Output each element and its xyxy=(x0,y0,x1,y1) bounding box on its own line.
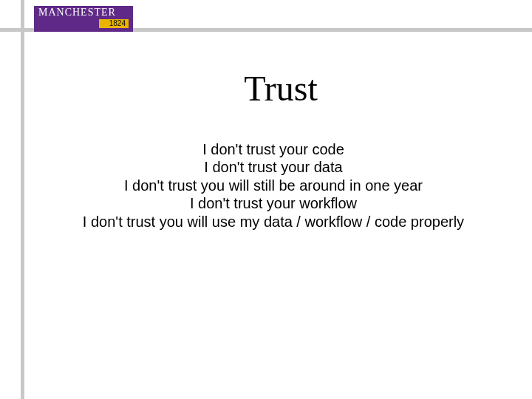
body-line: I don't trust you will use my data / wor… xyxy=(44,213,502,231)
logo-subtext-line2: of Manchester xyxy=(0,1,1,68)
logo-name: MANCHESTER xyxy=(38,7,129,18)
logo-subtext: The University of Manchester xyxy=(0,1,1,68)
slide-title: Trust xyxy=(44,68,517,109)
university-logo: MANCHESTER 1824 xyxy=(34,6,133,32)
body-line: I don't trust your code xyxy=(44,140,502,158)
left-divider xyxy=(21,0,24,399)
body-line: I don't trust your data xyxy=(44,158,502,176)
logo-year: 1824 xyxy=(99,19,129,28)
body-line: I don't trust you will still be around i… xyxy=(44,177,502,194)
slide-body: I don't trust your code I don't trust yo… xyxy=(44,140,502,231)
body-line: I don't trust your workflow xyxy=(44,194,502,212)
slide: MANCHESTER 1824 The University of Manche… xyxy=(0,0,532,399)
